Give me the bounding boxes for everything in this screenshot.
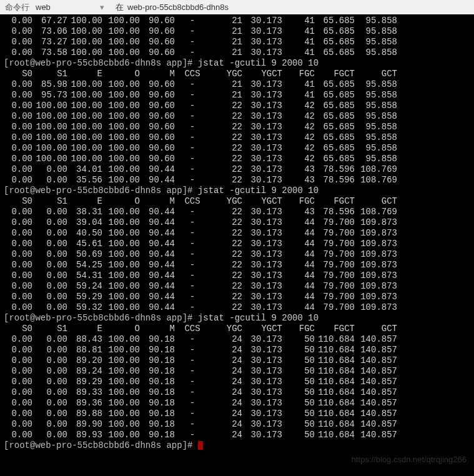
table-cell: 90.44 (140, 164, 175, 175)
table-cell: 0.00 (4, 409, 32, 419)
table-cell: 90.60 (140, 37, 175, 47)
table-cell: 0.00 (4, 345, 32, 355)
table-row: 0.000.0045.61100.0090.44-2230.1734479.70… (4, 239, 470, 249)
table-cell: 108.769 (355, 175, 397, 186)
table-cell: 24 (210, 377, 242, 387)
table-cell: 30.173 (242, 249, 282, 260)
table-cell: 95.858 (355, 90, 397, 101)
table-cell: 39.04 (67, 217, 102, 228)
col-s0: S0 (4, 324, 32, 334)
table-cell: 0.00 (32, 366, 67, 377)
table-cell: 30.173 (242, 101, 282, 111)
table-cell: 109.873 (355, 217, 397, 228)
table-cell: 45.61 (67, 239, 102, 249)
table-cell: 0.00 (4, 16, 32, 26)
table-cell: 42 (282, 143, 315, 154)
table-cell: 100.00 (102, 387, 140, 398)
table-cell: 0.00 (4, 228, 32, 239)
table-cell: 90.44 (140, 175, 175, 186)
table-cell: 78.596 (315, 207, 355, 217)
table-cell: 100.00 (102, 345, 140, 355)
table-cell: 0.00 (32, 377, 67, 387)
table-cell: 90.44 (140, 281, 175, 292)
table-cell: 0.00 (4, 154, 32, 164)
table-cell: 140.857 (355, 398, 397, 409)
table-cell: 100.00 (102, 37, 140, 47)
table-cell: 0.00 (32, 355, 67, 366)
table-cell: 22 (210, 143, 242, 154)
table-cell: 90.44 (140, 260, 175, 270)
table-cell: 100.00 (67, 26, 102, 37)
table-cell: - (175, 270, 210, 281)
table-cell: 50 (282, 387, 315, 398)
table-cell: 100.00 (102, 217, 140, 228)
table-cell: 95.858 (355, 79, 397, 90)
table-cell: 22 (210, 207, 242, 217)
table-cell: 109.873 (355, 239, 397, 249)
table-cell: 90.44 (140, 228, 175, 239)
table-cell: 110.684 (315, 419, 355, 430)
table-cell: 30.173 (242, 79, 282, 90)
table-row: 0.000.0089.90100.0090.18-2430.17350110.6… (4, 419, 470, 430)
table-cell: 0.00 (32, 345, 67, 355)
table-cell: 0.00 (32, 292, 67, 302)
table-cell: 100.00 (102, 132, 140, 143)
table-cell: 30.173 (242, 122, 282, 132)
table-row: 0.000.0034.01100.0090.44-2230.1734378.59… (4, 164, 470, 175)
table-row: 0.00100.00100.00100.0090.60-2230.1734265… (4, 122, 470, 132)
table-cell: 65.685 (315, 26, 355, 37)
table-cell: 90.44 (140, 217, 175, 228)
table-cell: 0.00 (4, 37, 32, 47)
table-cell: 109.873 (355, 281, 397, 292)
table-cell: 95.858 (355, 47, 397, 58)
table-cell: 100.00 (67, 79, 102, 90)
table-cell: - (175, 175, 210, 186)
table-cell: 89.20 (67, 355, 102, 366)
table-cell: 40.50 (67, 228, 102, 239)
table-cell: - (175, 345, 210, 355)
table-row: 0.0085.98100.00100.0090.60-2130.1734165.… (4, 79, 470, 90)
table-row: 0.00100.00100.00100.0090.60-2230.1734265… (4, 101, 470, 111)
context-dropdown[interactable]: web ▾ (33, 2, 107, 12)
table-row: 0.0073.27100.00100.0090.60-2130.1734165.… (4, 37, 470, 47)
table-cell: 65.685 (315, 90, 355, 101)
table-cell: 100.00 (67, 101, 102, 111)
table-cell: 109.873 (355, 260, 397, 270)
table-cell: 44 (282, 302, 315, 313)
table-row: 0.000.0054.31100.0090.44-2230.1734479.70… (4, 270, 470, 281)
table-cell: - (175, 154, 210, 164)
table-cell: 65.685 (315, 143, 355, 154)
table-row: 0.000.0089.20100.0090.18-2430.17350110.6… (4, 355, 470, 366)
col-o: O (102, 69, 140, 79)
table-cell: 100.00 (67, 122, 102, 132)
table-cell: 50 (282, 430, 315, 440)
col-o: O (102, 196, 140, 207)
table-cell: 100.00 (102, 249, 140, 260)
table-cell: 140.857 (355, 355, 397, 366)
table-cell: 90.18 (140, 377, 175, 387)
table-cell: - (175, 260, 210, 270)
table-cell: 100.00 (32, 111, 67, 122)
table-cell: 30.173 (242, 37, 282, 47)
table-cell: 0.00 (4, 377, 32, 387)
table-cell: 0.00 (4, 387, 32, 398)
table-cell: 90.60 (140, 47, 175, 58)
col-e: E (67, 324, 102, 334)
table-cell: 22 (210, 292, 242, 302)
table-cell: 0.00 (32, 270, 67, 281)
toolbar-host: web-pro-55cb8cbbd6-dhn8s (127, 2, 229, 12)
table-row: 0.000.0050.69100.0090.44-2230.1734479.70… (4, 249, 470, 260)
table-header-row: S0S1EOMCCSYGCYGCTFGCFGCTGCT (4, 196, 470, 207)
table-cell: 0.00 (4, 334, 32, 345)
table-cell: 89.90 (67, 419, 102, 430)
table-cell: - (175, 26, 210, 37)
table-cell: 0.00 (4, 47, 32, 58)
table-cell: 0.00 (4, 90, 32, 101)
terminal[interactable]: 0.0067.27100.00100.0090.60-2130.1734165.… (0, 14, 474, 455)
table-cell: 100.00 (102, 409, 140, 419)
table-cell: 22 (210, 249, 242, 260)
table-cell: 95.858 (355, 37, 397, 47)
table-cell: - (175, 132, 210, 143)
table-cell: 43 (282, 164, 315, 175)
table-row: 0.000.0089.93100.0090.18-2430.17350110.6… (4, 430, 470, 440)
